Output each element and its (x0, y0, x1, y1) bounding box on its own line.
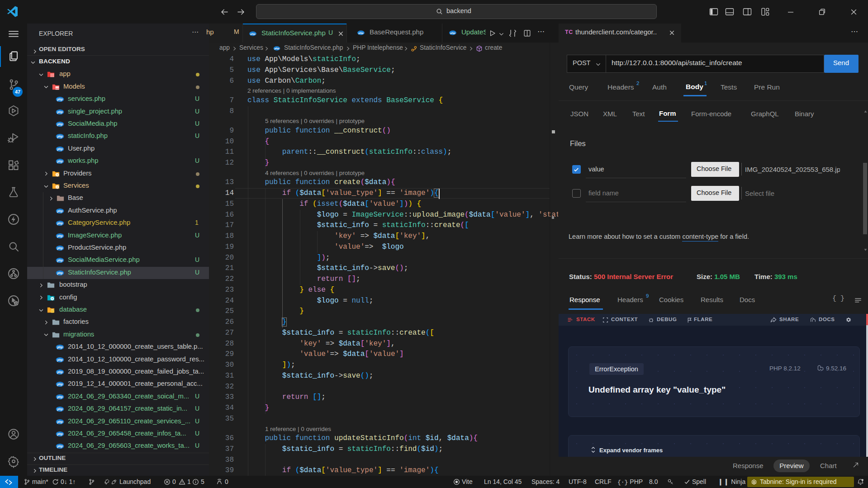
svg-text:php: php (57, 383, 62, 386)
svg-text:php: php (57, 271, 62, 275)
svg-text:php: php (57, 407, 62, 411)
svg-text:php: php (57, 445, 62, 448)
svg-text:php: php (57, 432, 62, 436)
svg-text:php: php (57, 395, 62, 399)
svg-text:php: php (57, 147, 62, 151)
svg-text:php: php (57, 209, 62, 213)
svg-text:php: php (57, 259, 62, 262)
svg-text:php: php (57, 110, 62, 114)
svg-text:php: php (274, 47, 280, 50)
svg-text:php: php (57, 346, 62, 349)
svg-text:php: php (57, 222, 62, 225)
svg-text:php: php (57, 98, 62, 101)
svg-text:php: php (250, 33, 256, 35)
svg-text:php: php (57, 123, 62, 126)
svg-text:php: php (57, 135, 62, 138)
svg-text:php: php (57, 370, 62, 374)
svg-text:php: php (450, 32, 455, 34)
svg-text:php: php (57, 246, 62, 250)
svg-text:php: php (57, 358, 62, 361)
svg-text:php: php (358, 32, 364, 34)
svg-text:php: php (57, 234, 62, 237)
svg-text:php: php (57, 420, 62, 423)
svg-text:php: php (57, 160, 62, 163)
